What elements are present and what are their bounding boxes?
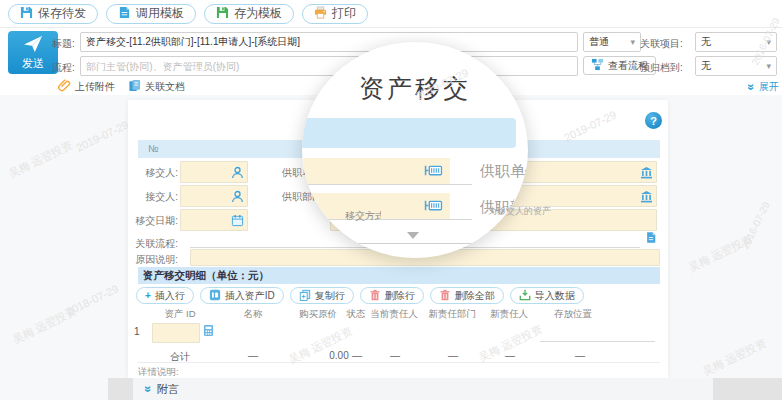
plus-icon: + bbox=[145, 290, 151, 301]
caret-down-icon: ▾ bbox=[766, 38, 771, 47]
send-label: 发送 bbox=[22, 56, 44, 71]
top-toolbar: 保存待发 调用模板 存为模板 打印 bbox=[0, 0, 782, 28]
col-asset-id: 资产 ID bbox=[164, 308, 195, 321]
total-current-owner: — bbox=[390, 350, 400, 361]
priority-value: 普通 bbox=[589, 35, 609, 49]
app-window: 保存待发 调用模板 存为模板 打印 发送 标题: 普通 ▾ 关联项目: 无 ▾ bbox=[0, 0, 782, 400]
form-title: 资产移交 bbox=[302, 72, 528, 105]
expand-label: 展开 bbox=[759, 80, 779, 94]
save-pending-button[interactable]: 保存待发 bbox=[8, 4, 98, 24]
trash-icon bbox=[369, 289, 381, 303]
priority-dropdown[interactable]: 普通 ▾ bbox=[583, 32, 641, 52]
total-price: 0.00 bbox=[329, 350, 348, 361]
magnified-dept-field bbox=[302, 193, 472, 220]
expand-link[interactable]: » 展开 bbox=[748, 80, 779, 94]
col-name: 名称 bbox=[244, 308, 263, 321]
caret-down-icon: ▾ bbox=[766, 62, 771, 71]
flow-document-icon[interactable] bbox=[645, 231, 657, 246]
insert-row-label: 插入行 bbox=[155, 289, 185, 303]
receiver-input[interactable] bbox=[180, 185, 248, 207]
document-template-icon bbox=[118, 6, 131, 22]
print-button[interactable]: 打印 bbox=[302, 4, 368, 24]
printer-icon bbox=[314, 6, 327, 22]
related-project-value: 无 bbox=[701, 35, 711, 49]
asset-picker-icon[interactable] bbox=[203, 324, 214, 339]
related-project-dropdown[interactable]: 无 ▾ bbox=[695, 32, 777, 52]
detail-section-header: 资产移交明细（单位：元） bbox=[138, 267, 660, 284]
total-name: — bbox=[248, 350, 258, 361]
import-data-label: 导入数据 bbox=[535, 289, 575, 303]
flowchart-icon bbox=[591, 58, 604, 73]
insert-row-button[interactable]: + 插入行 bbox=[136, 287, 194, 304]
related-flow-label: 关联流程: bbox=[128, 237, 178, 251]
chevron-double-down-icon: » bbox=[745, 84, 757, 91]
upload-attachment-link[interactable]: 上传附件 bbox=[58, 79, 115, 94]
insert-asset-id-button[interactable]: 插入资产ID bbox=[200, 287, 284, 304]
person-icon bbox=[231, 166, 244, 181]
delete-all-label: 删除全部 bbox=[455, 289, 495, 303]
paperclip-icon bbox=[58, 79, 71, 94]
print-label: 打印 bbox=[332, 5, 356, 22]
save-as-template-label: 存为模板 bbox=[234, 5, 282, 22]
row-number: 1 bbox=[134, 326, 140, 337]
floppy-disk-icon bbox=[20, 6, 33, 22]
related-project-label: 关联项目: bbox=[640, 37, 683, 51]
prearchive-dropdown[interactable]: 无 ▾ bbox=[695, 56, 777, 76]
postscript-bar[interactable]: » 附言 bbox=[133, 378, 713, 400]
help-icon[interactable]: ? bbox=[645, 112, 662, 129]
col-new-department: 新责任部门 bbox=[428, 308, 476, 321]
import-icon bbox=[519, 289, 531, 303]
reason-label: 原因说明: bbox=[128, 253, 178, 267]
detail-toolbar: + 插入行 插入资产ID 复制行 删除行 删除全部 导入数据 bbox=[136, 287, 584, 304]
paper-plane-icon bbox=[22, 35, 44, 55]
prearchive-value: 无 bbox=[701, 59, 711, 73]
delete-all-button[interactable]: 删除全部 bbox=[430, 287, 504, 304]
barcode-icon bbox=[424, 163, 443, 180]
chevron-double-down-icon: » bbox=[142, 386, 154, 393]
dropdown-triangle-icon bbox=[407, 232, 419, 239]
use-template-button[interactable]: 调用模板 bbox=[106, 4, 196, 24]
flow-label: 流程: bbox=[52, 61, 75, 75]
upload-attachment-label: 上传附件 bbox=[75, 80, 115, 94]
receiver-label: 接交人: bbox=[128, 190, 178, 204]
linked-document-icon bbox=[128, 79, 141, 94]
flow-input[interactable] bbox=[80, 56, 578, 76]
insert-id-icon bbox=[209, 289, 221, 303]
col-original-price: 购买原价 bbox=[299, 308, 337, 321]
transferor-label: 移交人: bbox=[128, 166, 178, 180]
storage-location-input[interactable] bbox=[540, 322, 655, 342]
import-data-button[interactable]: 导入数据 bbox=[510, 287, 584, 304]
col-status: 状态 bbox=[347, 308, 366, 321]
col-storage-location: 存放位置 bbox=[554, 308, 592, 321]
related-document-link[interactable]: 关联文档 bbox=[128, 79, 185, 94]
title-label: 标题: bbox=[52, 37, 75, 51]
postscript-label: 附言 bbox=[157, 382, 179, 397]
delete-row-button[interactable]: 删除行 bbox=[360, 287, 424, 304]
transfer-date-input[interactable] bbox=[180, 209, 248, 231]
magnified-unit-field bbox=[302, 158, 472, 185]
col-new-owner: 新责任人 bbox=[490, 308, 528, 321]
total-status: — bbox=[352, 350, 362, 361]
total-new-owner: — bbox=[505, 350, 515, 361]
use-template-label: 调用模板 bbox=[136, 5, 184, 22]
title-input[interactable] bbox=[80, 32, 578, 52]
send-button[interactable]: 发送 bbox=[8, 31, 58, 74]
delete-row-label: 删除行 bbox=[385, 289, 415, 303]
save-as-template-button[interactable]: 存为模板 bbox=[204, 4, 294, 24]
divider bbox=[138, 362, 660, 363]
transfer-date-label: 移交日期: bbox=[128, 214, 178, 228]
transferor-input[interactable] bbox=[180, 161, 248, 183]
total-new-department: — bbox=[448, 350, 458, 361]
copy-row-button[interactable]: 复制行 bbox=[290, 287, 354, 304]
trash-icon bbox=[439, 289, 451, 303]
person-icon bbox=[231, 190, 244, 205]
total-storage: — bbox=[575, 350, 585, 361]
copy-icon bbox=[299, 289, 311, 303]
calendar-icon bbox=[231, 214, 244, 229]
organization-icon bbox=[640, 190, 653, 205]
asset-id-input[interactable] bbox=[152, 323, 200, 343]
insert-asset-id-label: 插入资产ID bbox=[225, 289, 275, 303]
magnified-number-bar bbox=[302, 118, 516, 148]
related-document-label: 关联文档 bbox=[145, 80, 185, 94]
magnified-unit-label: 供职单位: bbox=[480, 162, 528, 182]
